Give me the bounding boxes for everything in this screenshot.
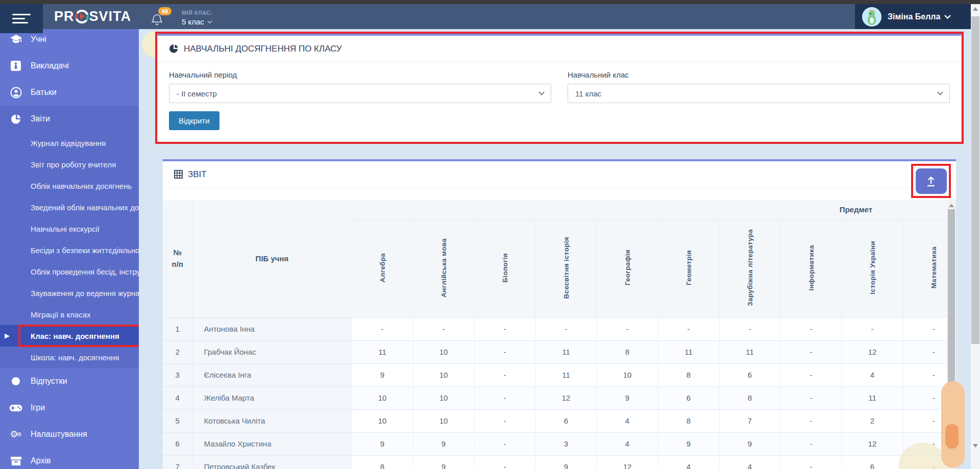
grade-cell: 12: [597, 455, 658, 469]
report-table: №п/п ПІБ учня Предмет Алгебра Англійська…: [163, 200, 947, 469]
sidebar-subitem[interactable]: ▶ Навчальні екскурсії: [0, 218, 139, 239]
grade-cell: 4: [719, 455, 780, 469]
sidebar-item-label: Учні: [31, 35, 46, 44]
page-scrollbar-thumb[interactable]: [971, 16, 979, 344]
sidebar-item-settings[interactable]: ⚙⚙ Налаштування: [0, 421, 139, 448]
grade-cell: 9: [413, 455, 474, 469]
grade-cell: 6: [535, 409, 597, 432]
grade-cell: 6: [842, 455, 903, 469]
sidebar-item-games[interactable]: Ігри: [0, 394, 139, 421]
sidebar-subitem-label: Міграції в класах: [31, 310, 91, 319]
column-header-number: №п/п: [163, 200, 192, 317]
pie-chart-icon: [9, 114, 22, 125]
sidebar-subitem[interactable]: ▶ Клас: навч. досягнення: [0, 325, 139, 347]
sidebar-subitem[interactable]: ▶ Школа: навч. досягнення: [0, 347, 139, 368]
row-number-cell: 5: [163, 409, 192, 432]
table-row: 6 Мазайло Христина 9 9 - 3: [163, 432, 947, 455]
grade-cell: 4: [842, 363, 903, 386]
grade-cell: -: [903, 363, 947, 386]
column-header-subject: Біологія: [474, 219, 535, 317]
student-name-cell: Желіба Марта: [192, 386, 352, 409]
grade-cell: -: [780, 340, 842, 363]
grade-cell: 8: [658, 363, 719, 386]
sidebar-item-teachers[interactable]: Викладачі: [0, 53, 139, 79]
user-menu[interactable]: Зіміна Белла: [855, 4, 971, 29]
sidebar-subitem-label: Облік навчальних досягнень: [31, 182, 132, 190]
student-name-cell: Мазайло Христина: [192, 432, 352, 455]
grade-cell: -: [780, 455, 842, 469]
grade-cell: 4: [597, 432, 658, 455]
grade-cell: -: [535, 317, 597, 340]
app-logo[interactable]: PRSVITA: [54, 4, 131, 29]
my-class-switcher[interactable]: МІЙ КЛАС: 5 клас: [182, 10, 213, 26]
grade-cell: -: [658, 317, 719, 340]
grade-cell: 12: [842, 340, 903, 363]
sidebar-subitem[interactable]: ▶ Бесіди з безпеки життєдіяльності: [0, 239, 139, 261]
report-table-body: 1 Антонова Інна - - - -: [163, 317, 947, 469]
grade-cell: 9: [413, 432, 474, 455]
export-button[interactable]: [916, 168, 947, 194]
my-class-label: МІЙ КЛАС:: [182, 10, 213, 16]
sidebar-item-label: Відпустки: [31, 377, 67, 386]
grade-cell: -: [474, 363, 535, 386]
hamburger-icon: [12, 11, 31, 26]
sidebar-item-reports[interactable]: Звіти: [0, 106, 139, 132]
sidebar-subitem-label: Облік проведення бесід, інструктажів: [31, 267, 139, 276]
filters-card-title: НАВЧАЛЬНІ ДОСЯГНЕННЯ ПО КЛАСУ: [184, 44, 342, 54]
grade-cell: 4: [658, 455, 719, 469]
sidebar-toggle-button[interactable]: [0, 4, 43, 33]
column-header-subject: Географія: [597, 219, 658, 317]
grade-cell: 3: [535, 432, 597, 455]
grade-cell: 9: [597, 386, 658, 409]
sidebar-subitem[interactable]: ▶ Журнал відвідування: [0, 132, 139, 154]
sidebar-subitem[interactable]: ▶ Облік навчальних досягнень: [0, 175, 139, 196]
scroll-up-icon[interactable]: [973, 7, 978, 11]
table-scrollbar[interactable]: [947, 200, 956, 469]
sidebar-subitem-label: Бесіди з безпеки життєдіяльності: [31, 246, 139, 255]
grade-cell: 9: [719, 432, 780, 455]
sidebar-item-vacations[interactable]: Відпустки: [0, 368, 139, 394]
page-scrollbar[interactable]: [971, 4, 980, 469]
scroll-up-icon[interactable]: [949, 204, 954, 207]
sidebar-subitem[interactable]: ▶ Зауваження до ведення журналу: [0, 282, 139, 304]
sidebar-item-archive[interactable]: Архів: [0, 448, 139, 469]
period-select[interactable]: - ІІ семестр: [169, 84, 551, 103]
archive-box-icon: [9, 456, 22, 466]
notification-badge: 68: [158, 7, 172, 15]
class-select[interactable]: 11 клас: [568, 84, 950, 103]
sidebar-item-parents[interactable]: Батьки: [0, 79, 139, 106]
grade-cell: -: [780, 386, 842, 409]
annotation-frame-export: [911, 164, 951, 198]
student-name-cell: Котовська Чиліта: [192, 409, 352, 432]
sidebar-item-label: Архів: [31, 456, 51, 465]
column-header-subject: Всесвітня історія: [535, 219, 597, 317]
sidebar-item-label: Ігри: [31, 403, 45, 412]
notifications-button[interactable]: 68: [151, 7, 180, 29]
table-grid-icon: [174, 170, 183, 179]
logo-text-pre: PR: [54, 9, 75, 24]
column-header-subject: Англійська мова: [413, 219, 474, 317]
scroll-down-icon[interactable]: [973, 444, 978, 448]
grade-cell: 11: [352, 340, 413, 363]
gamepad-icon: [9, 404, 22, 412]
sidebar-subitem[interactable]: ▶ Звіт про роботу вчителя: [0, 154, 139, 175]
sidebar-subitem[interactable]: ▶ Зведений облік навчальних досягнень: [0, 196, 139, 218]
grade-cell: -: [597, 317, 658, 340]
user-name: Зіміна Белла: [888, 12, 940, 21]
table-row: 3 Єлісеєва Інга 9 10 - 11: [163, 363, 947, 386]
sidebar-subitem-label: Навчальні екскурсії: [31, 225, 100, 233]
app-root: PRSVITA 68 МІЙ КЛАС: 5 клас: [0, 0, 980, 469]
grade-cell: -: [903, 317, 947, 340]
sidebar-subitem[interactable]: ▶ Міграції в класах: [0, 304, 139, 325]
open-button[interactable]: Відкрити: [169, 111, 219, 130]
grade-cell: 12: [535, 386, 597, 409]
avatar: [862, 7, 881, 27]
table-scrollbar-thumb[interactable]: [948, 209, 955, 413]
grade-cell: 8: [597, 340, 658, 363]
grade-cell: 10: [352, 409, 413, 432]
student-name-cell: Грабчак Йонас: [192, 340, 352, 363]
sidebar-subitem[interactable]: ▶ Облік проведення бесід, інструктажів: [0, 261, 139, 282]
chevron-down-icon: [538, 91, 545, 95]
grade-cell: -: [474, 386, 535, 409]
sidebar-subitem-label: Школа: навч. досягнення: [31, 353, 119, 362]
